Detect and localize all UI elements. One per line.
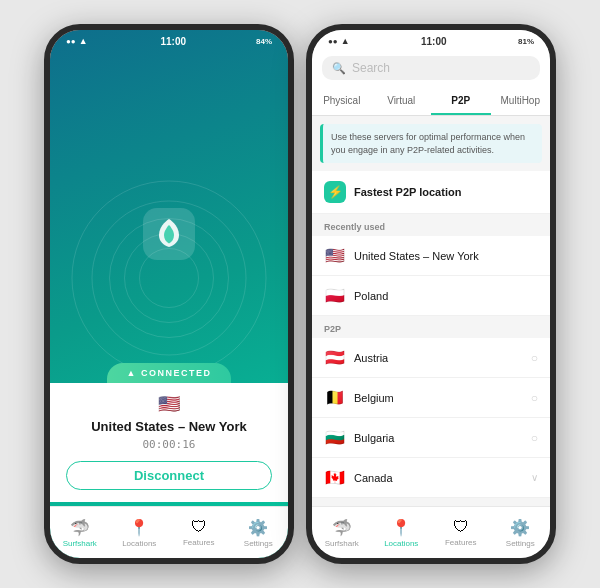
location-austria: Austria	[354, 352, 523, 364]
nav-surfshark[interactable]: 🦈 Surfshark	[50, 518, 110, 548]
right-surfshark-icon: 🦈	[332, 518, 352, 537]
flag-pl: 🇵🇱	[324, 286, 346, 305]
right-nav-settings[interactable]: ⚙️ Settings	[491, 518, 551, 548]
right-nav-surfshark[interactable]: 🦈 Surfshark	[312, 518, 372, 548]
tab-physical-label: Physical	[323, 95, 360, 106]
tab-physical[interactable]: Physical	[312, 88, 372, 115]
radio-austria[interactable]: ○	[531, 351, 538, 365]
features-nav-label: Features	[183, 538, 215, 547]
list-item[interactable]: 🇵🇱 Poland	[312, 276, 550, 316]
location-us-ny: United States – New York	[354, 250, 538, 262]
left-time: 11:00	[161, 36, 187, 47]
right-features-icon: 🛡	[453, 518, 469, 536]
flag-be: 🇧🇪	[324, 388, 346, 407]
list-item[interactable]: 🇺🇸 United States – New York	[312, 236, 550, 276]
locations-nav-label: Locations	[122, 539, 156, 548]
p2p-section-label: P2P	[324, 324, 341, 334]
right-features-label: Features	[445, 538, 477, 547]
location-poland: Poland	[354, 290, 538, 302]
info-banner: Use these servers for optimal performanc…	[320, 124, 542, 163]
flag-us: 🇺🇸	[324, 246, 346, 265]
flag-at: 🇦🇹	[324, 348, 346, 367]
tab-virtual[interactable]: Virtual	[372, 88, 432, 115]
tab-virtual-label: Virtual	[387, 95, 415, 106]
fastest-row[interactable]: ⚡ Fastest P2P location	[312, 171, 550, 214]
settings-nav-label: Settings	[244, 539, 273, 548]
right-phone: ●● ▲ 11:00 81% 🔍 Search Physical	[306, 24, 556, 564]
flag-ca: 🇨🇦	[324, 468, 346, 487]
tab-p2p[interactable]: P2P	[431, 88, 491, 115]
tab-p2p-label: P2P	[451, 95, 470, 106]
left-bottom-nav: 🦈 Surfshark 📍 Locations 🛡 Features ⚙️ Se…	[50, 506, 288, 558]
chevron-canada: ∨	[531, 472, 538, 483]
right-locations-icon: 📍	[391, 518, 411, 537]
list-item[interactable]: 🇨🇦 Canada ∨	[312, 458, 550, 498]
info-banner-text: Use these servers for optimal performanc…	[331, 132, 525, 155]
battery-label: 84%	[256, 37, 272, 46]
nav-locations[interactable]: 📍 Locations	[110, 518, 170, 548]
disconnect-button[interactable]: Disconnect	[66, 461, 272, 490]
signal-icon: ●●	[66, 37, 76, 46]
features-nav-icon: 🛡	[191, 518, 207, 536]
left-battery-area: 84%	[256, 37, 272, 46]
left-phone: ●● ▲ 11:00 84%	[44, 24, 294, 564]
location-belgium: Belgium	[354, 392, 523, 404]
right-settings-label: Settings	[506, 539, 535, 548]
right-bottom-nav: 🦈 Surfshark 📍 Locations 🛡 Features ⚙️ Se…	[312, 506, 550, 558]
chevron-up-icon: ▲	[127, 368, 137, 378]
locations-nav-icon: 📍	[129, 518, 149, 537]
connection-location: United States – New York	[91, 419, 247, 434]
location-bulgaria: Bulgaria	[354, 432, 523, 444]
connected-badge: ▲ CONNECTED	[107, 363, 232, 383]
connected-card: 🇺🇸 United States – New York 00:00:16 Dis…	[50, 383, 288, 502]
surfshark-nav-label: Surfshark	[63, 539, 97, 548]
connection-timer: 00:00:16	[143, 438, 196, 451]
right-time: 11:00	[421, 36, 447, 47]
flag-bg: 🇧🇬	[324, 428, 346, 447]
recently-used-label: Recently used	[324, 222, 385, 232]
connected-panel: ▲ CONNECTED 🇺🇸 United States – New York …	[50, 363, 288, 502]
section-recently-used: Recently used	[312, 214, 550, 236]
left-status-icons: ●● ▲	[66, 36, 91, 46]
tab-multihop[interactable]: MultiHop	[491, 88, 551, 115]
list-item[interactable]: 🇦🇹 Austria ○	[312, 338, 550, 378]
right-battery-label: 81%	[518, 37, 534, 46]
nav-settings[interactable]: ⚙️ Settings	[229, 518, 289, 548]
right-locations-label: Locations	[384, 539, 418, 548]
settings-nav-icon: ⚙️	[248, 518, 268, 537]
right-signal-icon: ●●	[328, 37, 338, 46]
connection-flag: 🇺🇸	[158, 393, 180, 415]
right-surfshark-label: Surfshark	[325, 539, 359, 548]
search-bar[interactable]: 🔍 Search	[322, 56, 540, 80]
left-status-bar: ●● ▲ 11:00 84%	[50, 30, 288, 50]
tab-multihop-label: MultiHop	[501, 95, 540, 106]
search-icon: 🔍	[332, 62, 346, 75]
right-status-bar: ●● ▲ 11:00 81%	[312, 30, 550, 50]
list-item[interactable]: 🇧🇪 Belgium ○	[312, 378, 550, 418]
radio-belgium[interactable]: ○	[531, 391, 538, 405]
nav-features[interactable]: 🛡 Features	[169, 518, 229, 547]
right-nav-locations[interactable]: 📍 Locations	[372, 518, 432, 548]
tabs-row: Physical Virtual P2P MultiHop	[312, 88, 550, 116]
right-wifi-icon: ▲	[341, 36, 350, 46]
surfshark-logo	[143, 208, 195, 260]
list-item[interactable]: 🇧🇬 Bulgaria ○	[312, 418, 550, 458]
locations-body: Use these servers for optimal performanc…	[312, 116, 550, 506]
right-status-icons: ●● ▲	[328, 36, 350, 46]
surfshark-nav-icon: 🦈	[70, 518, 90, 537]
right-settings-icon: ⚙️	[510, 518, 530, 537]
right-battery-area: 81%	[518, 37, 534, 46]
search-placeholder: Search	[352, 61, 390, 75]
lightning-icon: ⚡	[324, 181, 346, 203]
radio-bulgaria[interactable]: ○	[531, 431, 538, 445]
search-bar-container: 🔍 Search	[312, 50, 550, 88]
section-p2p: P2P	[312, 316, 550, 338]
right-nav-features[interactable]: 🛡 Features	[431, 518, 491, 547]
wifi-icon: ▲	[79, 36, 88, 46]
location-canada: Canada	[354, 472, 523, 484]
connected-label: CONNECTED	[141, 368, 212, 378]
phones-container: ●● ▲ 11:00 84%	[28, 8, 572, 580]
fastest-text: Fastest P2P location	[354, 186, 538, 198]
